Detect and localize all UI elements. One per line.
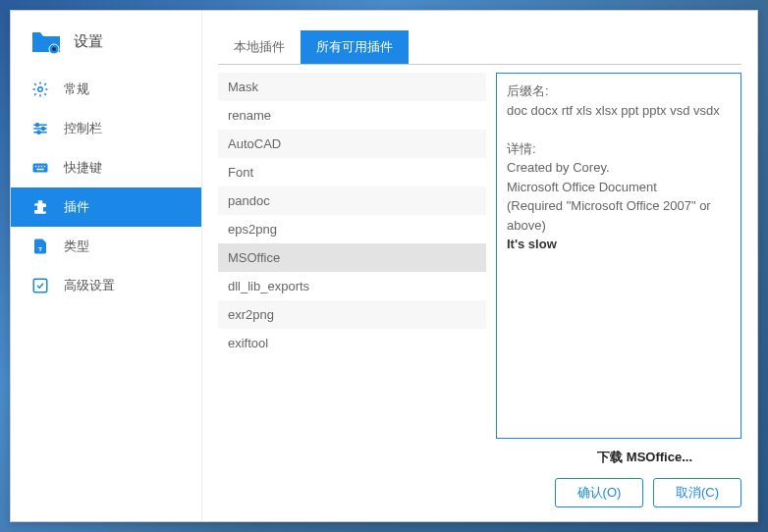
svg-rect-13 — [44, 166, 46, 168]
svg-point-8 — [37, 131, 40, 133]
detail-line: Microsoft Office Document — [507, 178, 731, 197]
sidebar: 设置 常规 控制栏 — [11, 11, 202, 521]
sidebar-item-general[interactable]: 常规 — [11, 70, 201, 109]
plugin-icon — [30, 197, 50, 217]
suffix-value: doc docx rtf xls xlsx ppt pptx vsd vsdx — [507, 101, 731, 121]
gear-icon — [30, 80, 50, 99]
file-icon: T — [30, 237, 50, 256]
tabs: 本地插件 所有可用插件 — [218, 30, 741, 65]
sidebar-item-label: 常规 — [64, 80, 89, 98]
detail-warning: It's slow — [507, 237, 557, 251]
svg-rect-16 — [33, 279, 47, 293]
list-item[interactable]: eps2png — [218, 215, 486, 243]
list-item[interactable]: dll_lib_exports — [218, 272, 486, 300]
info-label: 详情: — [507, 139, 731, 159]
list-item[interactable]: rename — [218, 101, 486, 130]
detail-line: (Required "Microsoft Office 2007" or abo… — [507, 196, 731, 235]
sidebar-item-advanced[interactable]: 高级设置 — [11, 266, 201, 305]
svg-point-1 — [52, 47, 56, 51]
svg-text:T: T — [38, 246, 42, 252]
svg-point-7 — [42, 128, 45, 131]
svg-rect-11 — [38, 166, 40, 168]
sidebar-header: 设置 — [11, 11, 201, 70]
list-item[interactable]: Mask — [218, 73, 486, 101]
sidebar-item-controlbar[interactable]: 控制栏 — [11, 109, 201, 148]
list-item[interactable]: exr2png — [218, 300, 486, 329]
sidebar-title: 设置 — [74, 32, 103, 51]
sidebar-item-label: 插件 — [64, 198, 89, 216]
list-item[interactable]: AutoCAD — [218, 130, 486, 158]
svg-rect-10 — [35, 166, 37, 168]
content: Mask rename AutoCAD Font pandoc eps2png … — [218, 73, 741, 439]
suffix-label: 后缀名: — [507, 81, 731, 101]
bottom-bar: 下载 MSOffice... 确认(O) 取消(C) — [218, 449, 741, 507]
sidebar-item-label: 高级设置 — [64, 277, 115, 294]
settings-window: 设置 常规 控制栏 — [10, 10, 758, 522]
list-item[interactable]: exiftool — [218, 329, 486, 357]
tab-all-plugins[interactable]: 所有可用插件 — [301, 30, 409, 64]
detail-line: Created by Corey. — [507, 158, 731, 178]
main-panel: 本地插件 所有可用插件 Mask rename AutoCAD Font pan… — [202, 11, 757, 521]
svg-rect-12 — [41, 166, 43, 168]
keyboard-icon — [30, 158, 50, 178]
checkbox-icon — [30, 276, 50, 295]
svg-rect-9 — [33, 164, 48, 173]
sidebar-item-types[interactable]: T 类型 — [11, 227, 201, 266]
tab-local-plugins[interactable]: 本地插件 — [218, 30, 301, 64]
sliders-icon — [30, 119, 50, 138]
cancel-button[interactable]: 取消(C) — [653, 478, 741, 507]
list-item[interactable]: MSOffice — [218, 243, 486, 272]
sidebar-item-label: 控制栏 — [64, 120, 102, 137]
plugin-list[interactable]: Mask rename AutoCAD Font pandoc eps2png … — [218, 73, 486, 439]
sidebar-item-plugins[interactable]: 插件 — [11, 187, 201, 227]
list-item[interactable]: pandoc — [218, 186, 486, 215]
app-icon — [30, 28, 62, 54]
dialog-buttons: 确认(O) 取消(C) — [555, 478, 741, 507]
svg-point-2 — [38, 87, 43, 92]
download-link[interactable]: 下载 MSOffice... — [597, 449, 692, 466]
svg-point-6 — [36, 124, 39, 127]
list-item[interactable]: Font — [218, 158, 486, 186]
sidebar-item-hotkeys[interactable]: 快捷键 — [11, 148, 201, 187]
ok-button[interactable]: 确认(O) — [555, 478, 643, 507]
sidebar-item-label: 类型 — [64, 238, 89, 255]
plugin-detail-panel: 后缀名: doc docx rtf xls xlsx ppt pptx vsd … — [496, 73, 741, 439]
sidebar-item-label: 快捷键 — [64, 159, 102, 177]
svg-rect-14 — [36, 169, 44, 171]
